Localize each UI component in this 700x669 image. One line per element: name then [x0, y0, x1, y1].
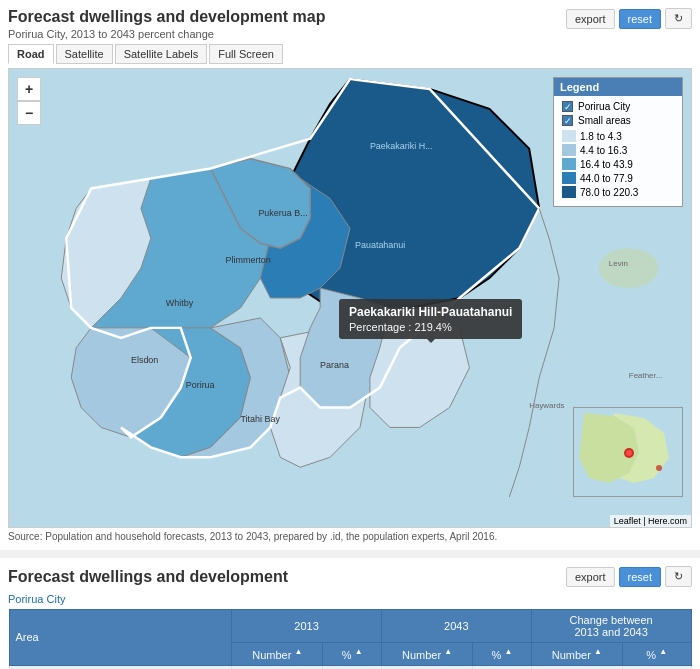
- legend-color-5: [562, 186, 576, 198]
- svg-text:Titahi Bay: Titahi Bay: [240, 414, 280, 424]
- legend: Legend ✓ Porirua City ✓ Small areas 1.8 …: [553, 77, 683, 207]
- map-controls-top: export reset ↻: [566, 8, 692, 29]
- map-type-satellite[interactable]: Satellite: [56, 44, 113, 64]
- legend-range-2: 4.4 to 16.3: [562, 144, 674, 156]
- map-type-bar: Road Satellite Satellite Labels Full Scr…: [8, 44, 692, 64]
- col-pct2043: % ▲: [473, 643, 532, 666]
- legend-range-label-5: 78.0 to 220.3: [580, 187, 638, 198]
- zoom-out-button[interactable]: −: [17, 101, 41, 125]
- svg-text:Elsdon: Elsdon: [131, 355, 158, 365]
- svg-text:Feather...: Feather...: [629, 371, 663, 380]
- col-pct2013: % ▲: [323, 643, 382, 666]
- map-subtitle: Porirua City, 2013 to 2043 percent chang…: [8, 28, 325, 40]
- legend-range-label-2: 4.4 to 16.3: [580, 145, 627, 156]
- col-nchange: Number ▲: [531, 643, 622, 666]
- legend-range-3: 16.4 to 43.9: [562, 158, 674, 170]
- map-type-fullscreen[interactable]: Full Screen: [209, 44, 283, 64]
- map-attribution: Leaflet | Here.com: [610, 515, 691, 527]
- svg-text:Paekakariki H...: Paekakariki H...: [370, 141, 433, 151]
- legend-range-label-1: 1.8 to 4.3: [580, 131, 622, 142]
- cell-value: +5,569: [531, 665, 622, 669]
- map-refresh-button[interactable]: ↻: [665, 8, 692, 29]
- svg-point-33: [656, 465, 662, 471]
- zoom-controls: + −: [17, 77, 41, 125]
- table-title: Forecast dwellings and development: [8, 568, 288, 586]
- col-n2043: Number ▲: [381, 643, 472, 666]
- legend-checkbox-porirua[interactable]: ✓: [562, 101, 573, 112]
- table-controls: export reset ↻: [566, 566, 692, 587]
- legend-item-small-areas: ✓ Small areas: [562, 115, 674, 126]
- col-area: Area: [9, 610, 232, 666]
- map-title: Forecast dwellings and development map: [8, 8, 325, 26]
- legend-range-label-4: 44.0 to 77.9: [580, 173, 633, 184]
- map-type-road[interactable]: Road: [8, 44, 54, 64]
- col-2043: 2043: [381, 610, 531, 643]
- map-section: Forecast dwellings and development map P…: [0, 0, 700, 550]
- legend-label-porirua: Porirua City: [578, 101, 630, 112]
- legend-range-4: 44.0 to 77.9: [562, 172, 674, 184]
- map-type-satellite-labels[interactable]: Satellite Labels: [115, 44, 208, 64]
- col-n2013: Number ▲: [232, 643, 323, 666]
- table-refresh-button[interactable]: ↻: [665, 566, 692, 587]
- legend-label-small-areas: Small areas: [578, 115, 631, 126]
- cell-value: 18,104: [232, 665, 323, 669]
- data-table: Area 2013 2043 Change between2013 and 20…: [8, 609, 692, 669]
- cell-area: Porirua City: [9, 665, 232, 669]
- legend-color-2: [562, 144, 576, 156]
- col-change: Change between2013 and 2043: [531, 610, 691, 643]
- map-reset-button[interactable]: reset: [619, 9, 661, 29]
- svg-text:Plimmerton: Plimmerton: [226, 255, 271, 265]
- svg-point-32: [626, 450, 632, 456]
- svg-text:Whitby: Whitby: [166, 298, 194, 308]
- legend-checkbox-small-areas[interactable]: ✓: [562, 115, 573, 126]
- table-header: Forecast dwellings and development expor…: [8, 566, 692, 587]
- svg-text:Pauatahanui: Pauatahanui: [355, 240, 405, 250]
- map-export-button[interactable]: export: [566, 9, 615, 29]
- svg-text:Parana: Parana: [320, 360, 349, 370]
- legend-title: Legend: [554, 78, 682, 96]
- legend-range-label-3: 16.4 to 43.9: [580, 159, 633, 170]
- map-header: Forecast dwellings and development map P…: [8, 8, 692, 40]
- zoom-in-button[interactable]: +: [17, 77, 41, 101]
- legend-color-4: [562, 172, 576, 184]
- table-row[interactable]: Porirua City18,104100.023,673100.0+5,569…: [9, 665, 691, 669]
- legend-item-porirua: ✓ Porirua City: [562, 101, 674, 112]
- legend-color-3: [562, 158, 576, 170]
- table-body: Porirua City18,104100.023,673100.0+5,569…: [9, 665, 691, 669]
- cell-value: +30.8: [622, 665, 691, 669]
- mini-map: [573, 407, 683, 497]
- map-source: Source: Population and household forecas…: [8, 531, 692, 542]
- table-export-button[interactable]: export: [566, 567, 615, 587]
- legend-range-5: 78.0 to 220.3: [562, 186, 674, 198]
- cell-value: 100.0: [323, 665, 382, 669]
- legend-color-1: [562, 130, 576, 142]
- table-reset-button[interactable]: reset: [619, 567, 661, 587]
- map-wrapper: Pukerua B... Plimmerton Whitby Elsdon Po…: [8, 68, 692, 528]
- table-header-row-1: Area 2013 2043 Change between2013 and 20…: [9, 610, 691, 643]
- mini-map-svg: [574, 408, 683, 497]
- page-container: Forecast dwellings and development map P…: [0, 0, 700, 669]
- table-section: Forecast dwellings and development expor…: [0, 558, 700, 669]
- col-2013: 2013: [232, 610, 382, 643]
- map-title-group: Forecast dwellings and development map P…: [8, 8, 325, 40]
- svg-text:Levin: Levin: [609, 259, 628, 268]
- col-pctchange: % ▲: [622, 643, 691, 666]
- svg-text:Pukerua B...: Pukerua B...: [258, 208, 307, 218]
- legend-range-1: 1.8 to 4.3: [562, 130, 674, 142]
- city-label: Porirua City: [8, 593, 692, 605]
- cell-value: 100.0: [473, 665, 532, 669]
- svg-text:Porirua: Porirua: [186, 380, 215, 390]
- cell-value: 23,673: [381, 665, 472, 669]
